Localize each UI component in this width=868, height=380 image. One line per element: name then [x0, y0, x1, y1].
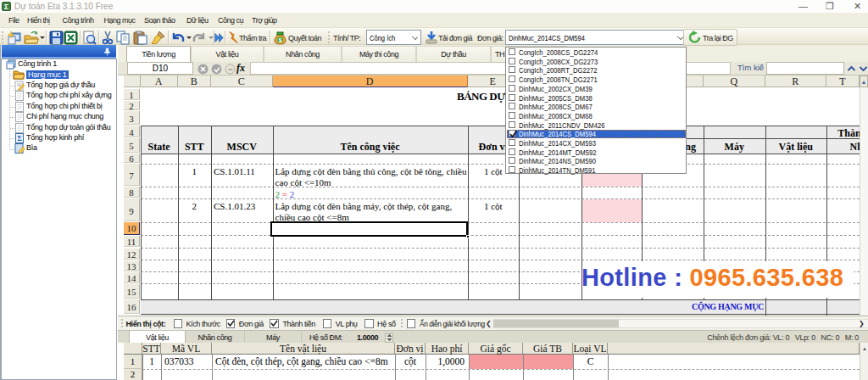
- svg-text:$: $: [279, 37, 282, 44]
- svg-text:Σ: Σ: [17, 135, 21, 142]
